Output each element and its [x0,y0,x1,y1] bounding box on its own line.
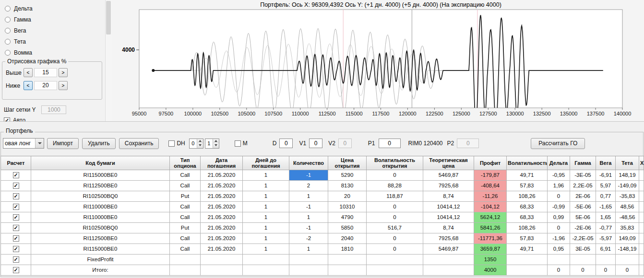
cell-open_price[interactable]: 4790 [328,212,367,223]
spinner-up-icon[interactable] [213,139,219,144]
row-checkbox[interactable] [13,183,19,189]
dh-spinner-2[interactable] [205,139,219,149]
cell-code[interactable]: RI102500BQ0 [31,223,170,233]
cell-qty[interactable]: -1 [289,202,328,212]
cell-x[interactable] [639,170,644,181]
cell-type[interactable]: Put [170,223,201,233]
column-header-4[interactable]: Дата погашения [201,156,243,170]
portfolio-combo[interactable]: овая лонг [3,138,44,149]
cell-code[interactable]: RI110000BE0 [31,202,170,212]
above-decrease-button[interactable]: < [24,68,33,77]
cell-calc[interactable] [1,233,31,244]
cell-open_vol[interactable]: 88,28 [367,181,423,191]
cell-expiry[interactable]: 21.05.2020 [201,170,243,181]
column-header-8[interactable]: Волатильность открытия [367,156,423,170]
above-increase-button[interactable]: > [59,68,68,77]
cell-delta[interactable]: 0 [548,191,570,202]
cell-vega[interactable]: 0 [596,265,616,276]
cell-x[interactable] [639,255,644,265]
cell-calc[interactable] [1,255,31,265]
row-checkbox[interactable] [13,267,19,273]
cell-calc[interactable] [1,212,31,223]
cell-vega[interactable]: 1,65 [596,212,616,223]
vomma-radio[interactable] [5,50,11,56]
cell-open_vol[interactable]: 0 [367,202,423,212]
cell-open_vol[interactable]: 0 [367,244,423,255]
panel-scrollbar[interactable] [105,0,112,121]
cell-open_vol[interactable]: 0 [367,212,423,223]
cell-profit[interactable]: 5841,26 [474,223,507,233]
p2-input[interactable] [457,139,479,148]
cell-theo[interactable]: 5469,87 [423,244,474,255]
auto-row[interactable]: Авто [4,117,25,121]
cell-vol[interactable]: 108,26 [507,191,548,202]
cell-theta[interactable]: -148,19 [616,244,639,255]
cell-code[interactable]: RI115000BE0 [31,244,170,255]
below-decrease-button[interactable]: < [24,81,33,90]
cell-x[interactable] [639,265,644,276]
cell-gamma[interactable]: 3E-05 [570,244,596,255]
cell-delta[interactable]: -1,96 [548,233,570,244]
cell-open_price[interactable]: 5850 [328,223,367,233]
cell-delta[interactable]: 0,99 [548,212,570,223]
radio-row-vega[interactable]: Вега [5,27,26,34]
dh-checkbox[interactable] [168,140,175,147]
cell-days[interactable]: 1 [243,223,289,233]
cell-theta[interactable]: 48,56 [616,202,639,212]
radio-row-gamma[interactable]: Гамма [5,16,31,23]
spinner-down-icon[interactable] [197,143,203,148]
payoff-chart[interactable]: 4000950009750010000010250010500010750011… [112,0,644,121]
cell-calc[interactable] [1,170,31,181]
cell-qty[interactable]: -1 [289,223,328,233]
cell-code[interactable]: RI115000BE0 [31,170,170,181]
cell-x[interactable] [639,191,644,202]
cell-theo[interactable]: 10414,12 [423,212,474,223]
column-header-7[interactable]: Цена открытия [328,156,367,170]
splitter[interactable] [0,121,644,122]
cell-code[interactable]: RI112500BE0 [31,233,170,244]
column-header-5[interactable]: Дней до погашения [243,156,289,170]
cell-theo[interactable]: 5469,87 [423,170,474,181]
cell-delta[interactable]: 1,96 [548,181,570,191]
cell-calc[interactable] [1,181,31,191]
cell-profit[interactable]: -179,87 [474,170,507,181]
cell-type[interactable]: Call [170,170,201,181]
cell-expiry[interactable]: 21.05.2020 [201,233,243,244]
cell-theo[interactable] [423,255,474,265]
cell-days[interactable] [243,255,289,265]
cell-theta[interactable]: 149,09 [616,233,639,244]
cell-theo[interactable]: 10414,12 [423,202,474,212]
cell-days[interactable]: 1 [243,212,289,223]
column-header-11[interactable]: Волатильность [507,156,548,170]
cell-x[interactable] [639,202,644,212]
cell-x[interactable] [639,181,644,191]
cell-vol[interactable] [507,265,548,276]
cell-calc[interactable] [1,223,31,233]
cell-vol[interactable]: 49,71 [507,170,548,181]
cell-vol[interactable]: 57,83 [507,181,548,191]
cell-open_vol[interactable]: 0 [367,170,423,181]
cell-profit[interactable]: -104,12 [474,202,507,212]
cell-type[interactable]: Put [170,191,201,202]
cell-profit[interactable]: 1350 [474,255,507,265]
cell-profit[interactable]: 3659,87 [474,244,507,255]
cell-expiry[interactable]: 21.05.2020 [201,212,243,223]
auto-checkbox[interactable] [4,117,10,122]
cell-code[interactable]: Итого: [31,265,170,276]
cell-expiry[interactable]: 21.05.2020 [201,202,243,212]
cell-theo[interactable]: 8,74 [423,223,474,233]
dh-spinner-2-input[interactable] [205,139,213,148]
cell-type[interactable]: Call [170,181,201,191]
cell-code[interactable]: RI102500BQ0 [31,191,170,202]
cell-profit[interactable]: -11771,36 [474,233,507,244]
cell-gamma[interactable] [570,255,596,265]
column-header-9[interactable]: Теоретическая цена [423,156,474,170]
cell-type[interactable]: Call [170,233,201,244]
cell-expiry[interactable]: 21.05.2020 [201,191,243,202]
v2-input[interactable] [338,139,352,148]
cell-open_price[interactable]: 2040 [328,233,367,244]
cell-days[interactable]: 1 [243,191,289,202]
cell-theta[interactable]: 148,19 [616,170,639,181]
cell-open_vol[interactable] [367,265,423,276]
row-checkbox[interactable] [13,246,19,252]
